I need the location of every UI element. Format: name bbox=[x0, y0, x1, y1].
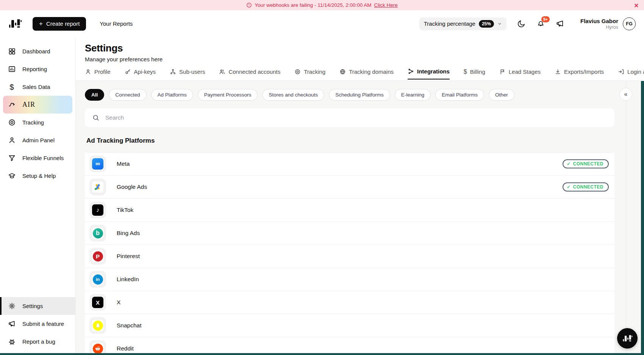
sidebar-item-label: Submit a feature bbox=[22, 321, 64, 327]
tab-billing[interactable]: $ Billing bbox=[464, 68, 485, 79]
sidebar-item-admin-panel[interactable]: Admin Panel bbox=[0, 131, 75, 149]
tab-integrations[interactable]: Integrations bbox=[408, 68, 450, 79]
sidebar-item-reporting[interactable]: Reporting bbox=[0, 60, 75, 78]
bar-chart-icon bbox=[8, 65, 16, 73]
search-icon bbox=[92, 114, 100, 121]
tab-label: Tracking domains bbox=[349, 69, 394, 75]
sidebar-footer: Settings Submit a feature Report a bug bbox=[0, 297, 75, 355]
integration-tile bbox=[89, 317, 106, 334]
tab-label: Sub-users bbox=[179, 69, 205, 75]
filter-chip-stores-checkouts[interactable]: Stores and checkouts bbox=[262, 89, 324, 101]
integration-tile: ∞ bbox=[89, 156, 106, 172]
sidebar-item-dashboard[interactable]: Dashboard bbox=[0, 42, 75, 60]
bing-glyph: b bbox=[96, 230, 100, 237]
banner-message: Your webhooks are failing - 11/14/2025, … bbox=[255, 2, 371, 8]
filter-chip-email-platforms[interactable]: Email Platforms bbox=[435, 89, 484, 101]
search-input[interactable] bbox=[105, 114, 607, 121]
hyros-logo[interactable] bbox=[8, 18, 23, 30]
integration-row-bing-ads[interactable]: b Bing Ads bbox=[85, 222, 614, 245]
integration-row-x[interactable]: X X bbox=[85, 291, 614, 314]
tab-profile[interactable]: Profile bbox=[85, 68, 111, 79]
sidebar-item-label: Sales Data bbox=[22, 84, 50, 90]
tab-sub-users[interactable]: Sub-users bbox=[170, 68, 205, 79]
integration-name: TikTok bbox=[117, 207, 133, 213]
page-title: Settings bbox=[85, 42, 644, 54]
main-area: Settings Manage your preferences here Pr… bbox=[76, 37, 644, 355]
integration-tile: b bbox=[89, 225, 106, 241]
announcements-button[interactable] bbox=[556, 19, 564, 28]
sidebar-item-label: Tracking bbox=[22, 119, 44, 126]
filter-chip-scheduling-platforms[interactable]: Scheduling Platforms bbox=[329, 89, 390, 101]
dashboard-grid-icon bbox=[8, 47, 16, 55]
tab-label: Tracking bbox=[304, 69, 325, 75]
sidebar-item-tracking[interactable]: Tracking bbox=[0, 114, 75, 131]
integration-tile: in bbox=[89, 271, 106, 288]
integration-row-google-ads[interactable]: Google Ads ✓ CONNECTED bbox=[85, 176, 614, 199]
filter-chip-other[interactable]: Other bbox=[489, 89, 514, 101]
pinterest-icon: P bbox=[92, 251, 103, 262]
megaphone-icon bbox=[8, 320, 16, 328]
notifications-button[interactable]: 9+ bbox=[536, 19, 545, 28]
filter-chip-ad-platforms[interactable]: Ad Platforms bbox=[151, 89, 193, 101]
bing-ads-icon: b bbox=[92, 227, 103, 239]
filter-chip-payment-processors[interactable]: Payment Processors bbox=[198, 89, 258, 101]
plus-icon: + bbox=[39, 20, 43, 27]
dollar-icon: $ bbox=[8, 83, 16, 91]
sidebar-item-submit-feature[interactable]: Submit a feature bbox=[0, 315, 75, 333]
avatar[interactable]: FG bbox=[623, 17, 636, 30]
tab-tracking[interactable]: Tracking bbox=[294, 68, 325, 79]
connected-badge: ✓ CONNECTED bbox=[563, 182, 609, 192]
section-heading: Ad Tracking Platforms bbox=[86, 137, 644, 145]
user-company: Hyros bbox=[580, 25, 618, 30]
graduation-cap-icon bbox=[8, 172, 16, 180]
bottom-edge-strip bbox=[0, 353, 644, 355]
sidebar-item-report-bug[interactable]: Report a bug bbox=[0, 333, 75, 350]
dark-mode-toggle[interactable] bbox=[517, 19, 526, 28]
sidebar-item-setup-help[interactable]: Setup & Help bbox=[0, 167, 75, 185]
filter-chip-all[interactable]: All bbox=[85, 89, 104, 101]
tab-lead-stages[interactable]: Lead Stages bbox=[499, 68, 541, 79]
user-menu[interactable]: Flavius Gabor Hyros bbox=[580, 18, 618, 30]
page-head: Settings Manage your preferences here Pr… bbox=[76, 37, 644, 81]
notifications-count-badge: 9+ bbox=[541, 16, 550, 22]
integration-row-reddit[interactable]: Reddit bbox=[85, 337, 614, 355]
integration-row-snapchat[interactable]: Snapchat bbox=[85, 314, 614, 337]
google-ads-icon bbox=[92, 181, 103, 193]
banner-click-here-link[interactable]: Click Here bbox=[374, 2, 398, 8]
integration-tile: X bbox=[89, 294, 106, 311]
create-report-button[interactable]: + Create report bbox=[33, 17, 86, 31]
filter-chips: All Connected Ad Platforms Payment Proce… bbox=[76, 81, 644, 101]
sidebar-item-air[interactable]: AIR bbox=[3, 96, 72, 114]
tab-label: Login activi bbox=[627, 69, 644, 75]
integration-row-linkedin[interactable]: in LinkedIn bbox=[85, 268, 614, 291]
connected-badge-label: CONNECTED bbox=[573, 184, 603, 190]
tab-exports-imports[interactable]: Exports/Imports bbox=[555, 68, 604, 79]
tab-api-keys[interactable]: Api-keys bbox=[125, 68, 156, 79]
integration-row-tiktok[interactable]: ♪ TikTok bbox=[85, 199, 614, 222]
sidebar-item-settings[interactable]: Settings bbox=[0, 297, 75, 315]
user-name: Flavius Gabor bbox=[580, 18, 618, 24]
tab-tracking-domains[interactable]: Tracking domains bbox=[339, 68, 394, 79]
bug-icon bbox=[8, 338, 16, 346]
tracking-percentage-dropdown[interactable]: Tracking percentage 25% bbox=[419, 17, 506, 30]
integration-name: X bbox=[117, 299, 120, 306]
integration-name: Snapchat bbox=[117, 322, 142, 329]
tracking-percentage-label: Tracking percentage bbox=[424, 20, 475, 27]
integration-row-pinterest[interactable]: P Pinterest bbox=[85, 245, 614, 268]
tab-label: Integrations bbox=[417, 68, 450, 75]
your-reports-link[interactable]: Your Reports bbox=[100, 20, 133, 27]
filter-chip-connected[interactable]: Connected bbox=[109, 89, 146, 101]
linkedin-icon: in bbox=[92, 274, 103, 285]
collapse-panel-button[interactable]: « bbox=[619, 88, 632, 101]
filter-chip-e-learning[interactable]: E-learning bbox=[395, 89, 431, 101]
tab-login-activity[interactable]: Login activi bbox=[618, 68, 644, 79]
integration-row-meta[interactable]: ∞ Meta ✓ CONNECTED bbox=[85, 153, 614, 176]
route-arrow-icon bbox=[8, 101, 16, 109]
sidebar-item-sales-data[interactable]: $ Sales Data bbox=[0, 78, 75, 96]
banner-close-icon[interactable]: ✕ bbox=[634, 2, 639, 8]
linkedin-glyph: in bbox=[96, 277, 100, 282]
hyros-assistant-button[interactable] bbox=[617, 328, 638, 349]
app-header: + Create report Your Reports Tracking pe… bbox=[0, 10, 644, 37]
tab-connected-accounts[interactable]: Connected accounts bbox=[219, 68, 280, 79]
sidebar-item-flexible-funnels[interactable]: Flexible Funnels bbox=[0, 149, 75, 167]
